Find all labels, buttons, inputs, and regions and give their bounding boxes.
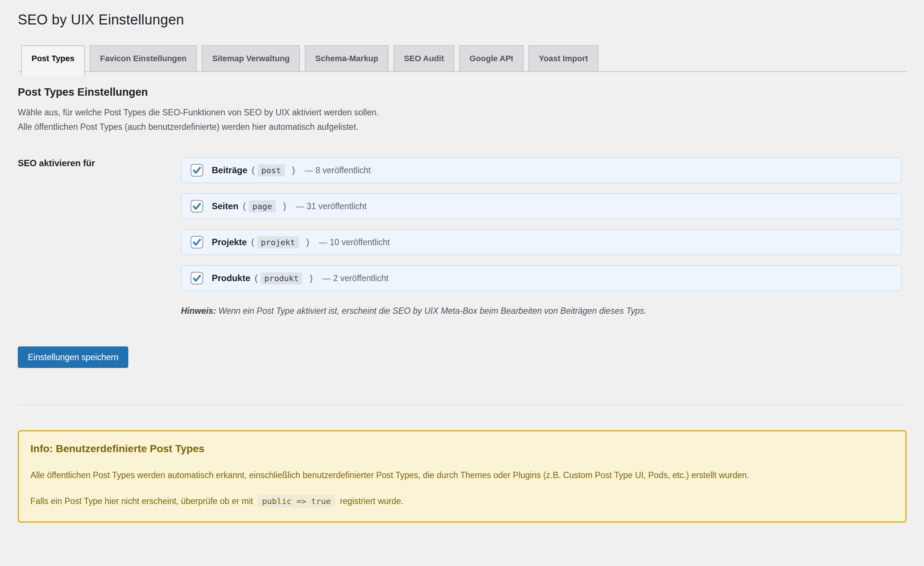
info-box-paragraph-1: Alle öffentlichen Post Types werden auto…	[30, 469, 894, 481]
post-type-name: Projekte	[212, 237, 247, 248]
post-types-field: Beiträge(post)— 8 veröffentlichtSeiten(p…	[181, 157, 907, 317]
post-type-slug: produkt	[261, 272, 303, 284]
checkmark-icon	[192, 165, 202, 175]
post-type-row: Seiten(page)— 31 veröffentlicht	[181, 193, 902, 219]
post-type-name: Seiten	[212, 201, 238, 212]
page-title: SEO by UIX Einstellungen	[18, 11, 907, 28]
paren-open: (	[255, 273, 258, 283]
post-type-checkbox[interactable]	[190, 200, 203, 213]
paren-open: (	[252, 165, 255, 176]
paren-open: (	[251, 237, 254, 248]
description-line-2: Alle öffentlichen Post Types (auch benut…	[18, 122, 358, 132]
paren-close: )	[306, 237, 309, 248]
post-type-count: — 8 veröffentlicht	[304, 165, 371, 176]
post-type-slug: projekt	[257, 236, 299, 249]
post-type-list: Beiträge(post)— 8 veröffentlichtSeiten(p…	[181, 157, 902, 291]
paren-close: )	[292, 165, 295, 176]
post-type-row: Projekte(projekt)— 10 veröffentlicht	[181, 229, 902, 255]
post-type-checkbox[interactable]	[190, 272, 203, 284]
tab-seo-audit[interactable]: SEO Audit	[393, 45, 454, 71]
post-types-form-row: SEO aktivieren für Beiträge(post)— 8 ver…	[18, 157, 907, 317]
checkmark-icon	[192, 273, 202, 283]
info-box-heading: Info: Benutzerdefinierte Post Types	[30, 443, 894, 455]
post-type-row: Produkte(produkt)— 2 veröffentlicht	[181, 265, 902, 291]
description-line-1: Wähle aus, für welche Post Types die SEO…	[18, 108, 379, 117]
post-type-count: — 10 veröffentlicht	[319, 237, 390, 248]
post-type-name: Beiträge	[212, 165, 248, 176]
tab-yoast-import[interactable]: Yoast Import	[528, 45, 598, 71]
tab-google-api[interactable]: Google API	[459, 45, 524, 71]
post-type-count: — 31 veröffentlicht	[296, 201, 366, 212]
post-type-checkbox[interactable]	[190, 236, 203, 249]
info-box-paragraph-2: Falls ein Post Type hier nicht erscheint…	[30, 495, 894, 507]
section-heading: Post Types Einstellungen	[18, 85, 907, 99]
tab-post-types[interactable]: Post Types	[21, 45, 85, 76]
field-label: SEO aktivieren für	[18, 157, 181, 168]
paren-close: )	[310, 273, 313, 283]
paren-close: )	[283, 201, 286, 212]
settings-page: SEO by UIX Einstellungen Post TypesFavic…	[0, 0, 924, 522]
post-type-name: Produkte	[212, 273, 250, 283]
paren-open: (	[243, 201, 246, 212]
public-true-code: public => true	[258, 495, 335, 508]
post-type-checkbox[interactable]	[190, 164, 203, 177]
checkmark-icon	[192, 237, 202, 247]
info-box: Info: Benutzerdefinierte Post Types Alle…	[18, 430, 907, 522]
tab-sitemap-verwaltung[interactable]: Sitemap Verwaltung	[202, 45, 300, 71]
post-type-slug: post	[258, 164, 285, 177]
section-divider	[18, 405, 907, 407]
tab-bar: Post TypesFavicon EinstellungenSitemap V…	[18, 45, 907, 72]
hint-body: Wenn ein Post Type aktiviert ist, ersche…	[218, 306, 646, 316]
post-type-slug: page	[249, 200, 276, 213]
post-type-row: Beiträge(post)— 8 veröffentlicht	[181, 157, 902, 183]
checkmark-icon	[192, 201, 202, 211]
hint-label: Hinweis:	[181, 306, 216, 316]
tab-favicon-einstellungen[interactable]: Favicon Einstellungen	[90, 45, 197, 71]
tab-schema-markup[interactable]: Schema-Markup	[305, 45, 388, 71]
post-type-count: — 2 veröffentlicht	[322, 273, 388, 283]
section-description: Wähle aus, für welche Post Types die SEO…	[18, 105, 907, 134]
hint-text: Hinweis: Wenn ein Post Type aktiviert is…	[181, 305, 902, 317]
save-settings-button[interactable]: Einstellungen speichern	[18, 347, 128, 368]
